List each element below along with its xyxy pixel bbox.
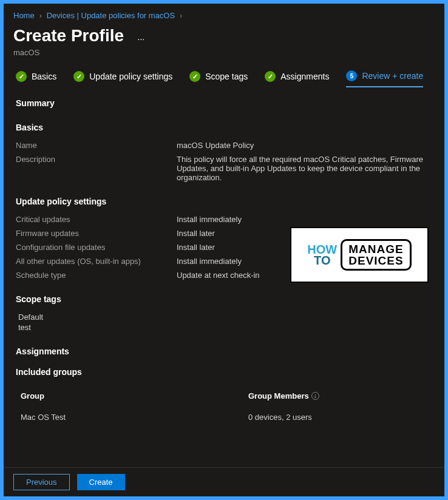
assignments-heading: Assignments: [16, 346, 432, 356]
basics-heading: Basics: [16, 123, 432, 132]
tab-assignments[interactable]: ✓ Assignments: [265, 68, 329, 87]
field-label: Schedule type: [16, 271, 177, 280]
field-label: Firmware updates: [16, 229, 177, 238]
table-row: Mac OS Test 0 devices, 2 users: [16, 407, 432, 427]
wizard-tabs: ✓ Basics ✓ Update policy settings ✓ Scop…: [4, 68, 444, 87]
tab-basics[interactable]: ✓ Basics: [16, 68, 56, 87]
more-options-button[interactable]: ···: [138, 34, 145, 44]
previous-button[interactable]: Previous: [13, 474, 70, 490]
field-value: Install immediately: [177, 215, 432, 224]
included-groups-heading: Included groups: [16, 367, 432, 377]
watermark-to: TO: [307, 255, 337, 266]
field-description: Description This policy will force all t…: [16, 155, 432, 182]
check-icon: ✓: [73, 71, 84, 82]
field-label: Configuration file updates: [16, 243, 177, 252]
footer-bar: Previous Create: [4, 467, 444, 496]
field-critical-updates: Critical updates Install immediately: [16, 215, 432, 224]
tab-label: Review + create: [362, 71, 423, 81]
column-header-group: Group: [21, 391, 248, 400]
field-value: This policy will force all the required …: [177, 155, 432, 182]
tab-label: Basics: [32, 72, 56, 81]
watermark-logo: HOW TO MANAGE DEVICES: [290, 227, 429, 283]
tab-label: Update policy settings: [89, 72, 172, 81]
column-header-members: Group Members: [248, 391, 309, 400]
check-icon: ✓: [16, 71, 27, 82]
create-button[interactable]: Create: [77, 474, 125, 490]
tab-label: Assignments: [280, 72, 329, 81]
table-header: Group Group Members i: [16, 385, 432, 407]
field-name: Name macOS Update Policy: [16, 141, 432, 150]
chevron-right-icon: ›: [39, 12, 42, 20]
chevron-right-icon: ›: [180, 12, 182, 20]
field-label: All other updates (OS, built-in apps): [16, 257, 177, 266]
tab-scope-tags[interactable]: ✓ Scope tags: [189, 68, 248, 87]
summary-heading: Summary: [16, 98, 432, 108]
tab-update-policy[interactable]: ✓ Update policy settings: [73, 68, 172, 87]
tab-review-create[interactable]: 5 Review + create: [346, 68, 423, 87]
tab-label: Scope tags: [205, 72, 248, 81]
cell-members: 0 devices, 2 users: [248, 413, 427, 422]
check-icon: ✓: [265, 71, 276, 82]
breadcrumb-home[interactable]: Home: [13, 11, 35, 20]
watermark-manage: MANAGE: [348, 243, 403, 255]
field-value: macOS Update Policy: [177, 141, 432, 150]
cell-group: Mac OS Test: [21, 413, 248, 422]
scope-tag-item: Default: [16, 312, 432, 322]
breadcrumb-devices[interactable]: Devices | Update policies for macOS: [47, 11, 175, 20]
check-icon: ✓: [189, 71, 200, 82]
info-icon[interactable]: i: [311, 392, 319, 400]
page-title: Create Profile: [13, 26, 124, 46]
scope-tags-heading: Scope tags: [16, 294, 432, 304]
watermark-devices: DEVICES: [348, 255, 403, 266]
update-policy-heading: Update policy settings: [16, 197, 432, 206]
step-number-icon: 5: [346, 70, 357, 81]
field-label: Critical updates: [16, 215, 177, 224]
field-label: Name: [16, 141, 177, 150]
breadcrumb: Home › Devices | Update policies for mac…: [4, 4, 444, 25]
field-label: Description: [16, 155, 177, 182]
scope-tag-item: test: [16, 323, 432, 332]
page-subtitle: macOS: [4, 48, 444, 68]
